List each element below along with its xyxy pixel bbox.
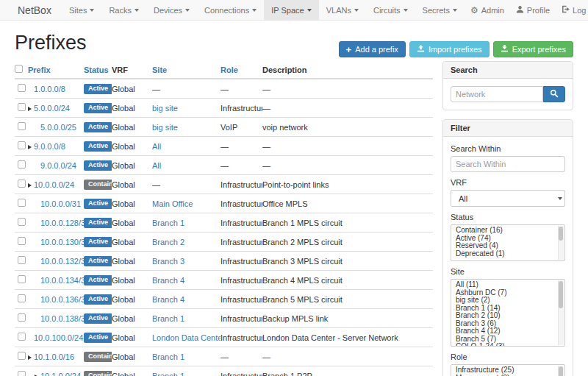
nav-item-vlans[interactable]: VLANs <box>319 0 366 20</box>
status-badge: Active <box>84 122 112 132</box>
prefix-link[interactable]: 9.0.0.0/24 <box>40 161 76 170</box>
prefix-table: PrefixStatusVRFSiteRoleDescription 1.0.0… <box>15 61 433 376</box>
filter-label-site: Site <box>451 267 565 277</box>
column-header-prefix[interactable]: Prefix <box>28 61 84 79</box>
prefix-link[interactable]: 10.1.0.0/16 <box>34 352 74 361</box>
nav-item-connections[interactable]: Connections <box>197 0 264 20</box>
row-checkbox[interactable] <box>18 141 26 149</box>
role-value: — <box>220 352 229 361</box>
import-prefixes-button[interactable]: Import prefixes <box>409 41 490 57</box>
listbox-option[interactable]: big site (2) <box>451 297 564 305</box>
site-link[interactable]: Branch 1 <box>152 372 184 376</box>
nav-item-ip-space[interactable]: IP Space <box>264 0 318 20</box>
row-checkbox[interactable] <box>18 160 26 169</box>
row-checkbox[interactable] <box>18 275 26 283</box>
prefix-link[interactable]: 9.0.0.0/8 <box>34 142 65 151</box>
search-button[interactable] <box>543 86 565 102</box>
site-link[interactable]: big site <box>152 104 178 113</box>
listbox-option[interactable]: All (11) <box>451 281 564 289</box>
brand[interactable]: NetBox <box>18 0 51 20</box>
listbox-option[interactable]: Deprecated (1) <box>451 250 564 258</box>
row-checkbox[interactable] <box>18 199 26 207</box>
site-link[interactable]: All <box>152 161 161 170</box>
row-checkbox[interactable] <box>18 237 26 245</box>
nav-item-racks[interactable]: Racks <box>101 0 146 20</box>
site-link[interactable]: Branch 4 <box>152 276 184 285</box>
nav-item-admin[interactable]: ⚙Admin <box>465 0 510 20</box>
prefix-link[interactable]: 5.0.0.0/24 <box>34 104 70 113</box>
chevron-down-icon <box>185 9 190 12</box>
listbox-option[interactable]: Branch 2 (10) <box>451 312 564 320</box>
table-row: 10.0.100.0/24ActiveGlobalLondon Data Cen… <box>15 328 433 347</box>
nav-item-circuits[interactable]: Circuits <box>366 0 415 20</box>
row-checkbox[interactable] <box>18 84 26 92</box>
scrollbar-thumb[interactable] <box>559 281 563 308</box>
prefix-link[interactable]: 10.0.0.130/31 <box>40 238 84 246</box>
listbox-option[interactable]: Container (16) <box>451 227 564 235</box>
select-all-checkbox[interactable] <box>15 65 23 73</box>
listbox-option[interactable]: Reserved (4) <box>451 242 564 250</box>
status-badge: Container <box>84 180 112 190</box>
site-link[interactable]: Branch 4 <box>152 295 184 304</box>
row-checkbox[interactable] <box>18 256 26 264</box>
listbox-option[interactable]: Branch 4 (12) <box>451 327 564 336</box>
column-header-status[interactable]: Status <box>84 61 112 79</box>
row-checkbox[interactable] <box>18 103 26 111</box>
vrf-value: Global <box>112 238 135 246</box>
prefix-link[interactable]: 10.0.0.128/31 <box>40 219 84 227</box>
nav-item-devices[interactable]: Devices <box>146 0 197 20</box>
row-checkbox[interactable] <box>18 371 26 376</box>
prefix-link[interactable]: 10.0.0.132/31 <box>40 257 84 266</box>
nav-item-sites[interactable]: Sites <box>62 0 101 20</box>
vrf-value: Global <box>112 333 135 342</box>
role-value: Infrastructure <box>220 104 262 113</box>
site-link[interactable]: Branch 1 <box>152 219 184 227</box>
prefix-table-wrap: PrefixStatusVRFSiteRoleDescription 1.0.0… <box>15 61 433 376</box>
description-value: — <box>262 85 270 93</box>
column-header-site[interactable]: Site <box>152 61 220 79</box>
search-input[interactable] <box>451 86 543 102</box>
site-link[interactable]: Branch 1 <box>152 352 184 361</box>
row-checkbox[interactable] <box>18 218 26 226</box>
chevron-down-icon <box>354 9 359 12</box>
row-checkbox[interactable] <box>18 333 26 341</box>
table-row: 1.0.0.0/8ActiveGlobal——— <box>15 79 433 99</box>
nav-right: ⚙AdminProfileLog out <box>465 0 588 20</box>
row-checkbox[interactable] <box>18 352 26 360</box>
site-link[interactable]: All <box>152 142 161 151</box>
prefix-link[interactable]: 1.0.0.0/8 <box>34 85 65 93</box>
prefix-link[interactable]: 10.0.0.0/31 <box>40 199 81 208</box>
nav-item-profile[interactable]: Profile <box>510 0 556 20</box>
nav-item-log-out[interactable]: Log out <box>556 0 588 20</box>
scrollbar-thumb[interactable] <box>559 227 563 241</box>
listbox-option[interactable]: COLO-1-24 (3) <box>451 343 564 347</box>
listbox-option[interactable]: Infrastructure (25) <box>451 366 564 375</box>
description-value: Backup MPLS link <box>262 314 328 323</box>
prefix-link[interactable]: 10.0.0.136/31 <box>40 295 84 304</box>
scrollbar-thumb[interactable] <box>559 366 563 376</box>
prefix-link[interactable]: 10.0.100.0/24 <box>34 333 83 342</box>
vrf-value: Global <box>112 295 135 304</box>
nav-item-secrets[interactable]: Secrets <box>415 0 465 20</box>
site-link[interactable]: Branch 1 <box>152 314 184 323</box>
site-link[interactable]: Branch 2 <box>152 238 184 246</box>
filter-select-vrf[interactable]: All <box>451 190 565 207</box>
site-link[interactable]: Branch 3 <box>152 257 184 266</box>
prefix-link[interactable]: 10.1.0.0/24 <box>40 372 81 376</box>
row-checkbox[interactable] <box>18 122 26 130</box>
add-a-prefix-button[interactable]: +Add a prefix <box>339 41 406 57</box>
site-link[interactable]: London Data Center <box>152 333 220 342</box>
row-checkbox[interactable] <box>18 294 26 302</box>
prefix-link[interactable]: 5.0.0.0/25 <box>40 123 76 132</box>
row-checkbox[interactable] <box>18 180 26 188</box>
filter-panel-title: Filter <box>443 120 573 137</box>
site-link[interactable]: Main Office <box>152 199 193 208</box>
prefix-link[interactable]: 10.0.0.138/31 <box>40 314 84 323</box>
prefix-link[interactable]: 10.0.0.134/31 <box>40 276 84 285</box>
column-header-role[interactable]: Role <box>220 61 262 79</box>
filter-input-search-within[interactable] <box>451 156 565 172</box>
prefix-link[interactable]: 10.0.0.0/24 <box>34 180 74 189</box>
row-checkbox[interactable] <box>18 313 26 322</box>
site-link[interactable]: big site <box>152 123 178 132</box>
export-prefixes-button[interactable]: Export prefixes <box>493 41 573 57</box>
